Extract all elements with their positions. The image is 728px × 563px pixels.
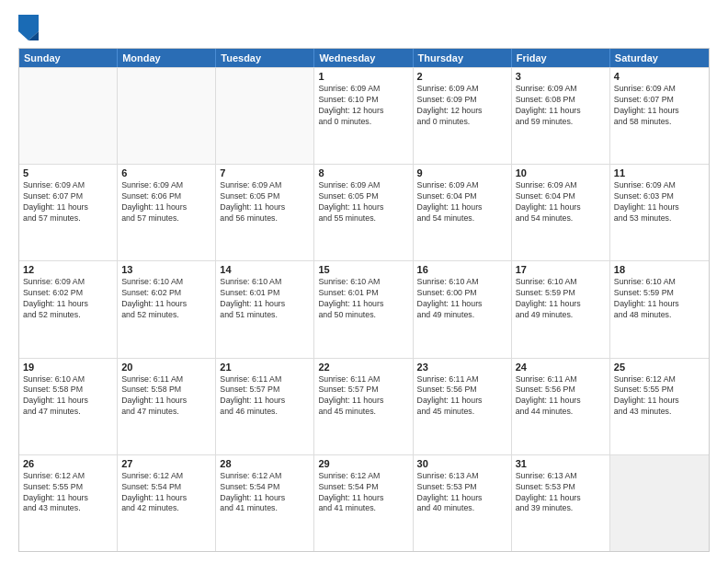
cal-cell-28: 28Sunrise: 6:12 AMSunset: 5:54 PMDayligh… bbox=[216, 455, 314, 551]
cal-cell-18: 18Sunrise: 6:10 AMSunset: 5:59 PMDayligh… bbox=[610, 261, 709, 357]
cell-info: Sunrise: 6:12 AMSunset: 5:54 PMDaylight:… bbox=[220, 471, 310, 515]
cal-week-3: 12Sunrise: 6:09 AMSunset: 6:02 PMDayligh… bbox=[19, 260, 709, 357]
cell-info: Sunrise: 6:09 AMSunset: 6:07 PMDaylight:… bbox=[23, 180, 113, 224]
cal-cell-13: 13Sunrise: 6:10 AMSunset: 6:02 PMDayligh… bbox=[118, 261, 216, 357]
day-number: 28 bbox=[220, 458, 310, 469]
cal-header-monday: Monday bbox=[118, 49, 216, 67]
cell-info: Sunrise: 6:10 AMSunset: 5:58 PMDaylight:… bbox=[23, 374, 113, 419]
day-number: 18 bbox=[614, 264, 705, 275]
day-number: 20 bbox=[121, 362, 211, 373]
cal-cell-10: 10Sunrise: 6:09 AMSunset: 6:04 PMDayligh… bbox=[512, 165, 610, 260]
cal-cell-9: 9Sunrise: 6:09 AMSunset: 6:04 PMDaylight… bbox=[414, 165, 512, 260]
day-number: 16 bbox=[417, 264, 507, 275]
logo bbox=[18, 15, 41, 40]
cell-info: Sunrise: 6:13 AMSunset: 5:53 PMDaylight:… bbox=[516, 471, 606, 515]
cell-info: Sunrise: 6:09 AMSunset: 6:04 PMDaylight:… bbox=[417, 180, 507, 224]
day-number: 2 bbox=[417, 71, 507, 82]
cell-info: Sunrise: 6:10 AMSunset: 6:01 PMDaylight:… bbox=[318, 277, 408, 321]
day-number: 14 bbox=[220, 264, 310, 275]
cal-cell-4: 4Sunrise: 6:09 AMSunset: 6:07 PMDaylight… bbox=[610, 68, 709, 164]
day-number: 11 bbox=[614, 167, 705, 178]
day-number: 27 bbox=[121, 458, 211, 469]
cal-cell-26: 26Sunrise: 6:12 AMSunset: 5:55 PMDayligh… bbox=[19, 455, 118, 551]
day-number: 7 bbox=[220, 167, 310, 178]
day-number: 13 bbox=[121, 264, 211, 275]
cell-info: Sunrise: 6:10 AMSunset: 6:00 PMDaylight:… bbox=[417, 277, 507, 321]
cal-cell-25: 25Sunrise: 6:12 AMSunset: 5:55 PMDayligh… bbox=[610, 359, 709, 454]
cell-info: Sunrise: 6:12 AMSunset: 5:54 PMDaylight:… bbox=[121, 471, 211, 515]
cal-cell-empty-0-2 bbox=[216, 68, 314, 164]
cal-cell-20: 20Sunrise: 6:11 AMSunset: 5:58 PMDayligh… bbox=[118, 359, 216, 454]
cal-cell-12: 12Sunrise: 6:09 AMSunset: 6:02 PMDayligh… bbox=[19, 261, 118, 357]
cell-info: Sunrise: 6:09 AMSunset: 6:05 PMDaylight:… bbox=[318, 180, 408, 224]
cal-cell-27: 27Sunrise: 6:12 AMSunset: 5:54 PMDayligh… bbox=[118, 455, 216, 551]
day-number: 4 bbox=[614, 71, 705, 82]
cal-header-wednesday: Wednesday bbox=[314, 49, 413, 67]
cal-cell-7: 7Sunrise: 6:09 AMSunset: 6:05 PMDaylight… bbox=[216, 165, 314, 260]
cal-cell-5: 5Sunrise: 6:09 AMSunset: 6:07 PMDaylight… bbox=[19, 165, 118, 260]
cell-info: Sunrise: 6:09 AMSunset: 6:04 PMDaylight:… bbox=[516, 180, 606, 224]
cal-header-friday: Friday bbox=[512, 49, 610, 67]
cal-cell-19: 19Sunrise: 6:10 AMSunset: 5:58 PMDayligh… bbox=[19, 359, 118, 454]
cell-info: Sunrise: 6:09 AMSunset: 6:06 PMDaylight:… bbox=[121, 180, 211, 224]
day-number: 1 bbox=[318, 71, 408, 82]
day-number: 25 bbox=[614, 362, 705, 373]
page: SundayMondayTuesdayWednesdayThursdayFrid… bbox=[0, 0, 728, 563]
cal-cell-6: 6Sunrise: 6:09 AMSunset: 6:06 PMDaylight… bbox=[118, 165, 216, 260]
cell-info: Sunrise: 6:13 AMSunset: 5:53 PMDaylight:… bbox=[417, 471, 507, 515]
day-number: 30 bbox=[417, 458, 507, 469]
cal-cell-1: 1Sunrise: 6:09 AMSunset: 6:10 PMDaylight… bbox=[314, 68, 413, 164]
cal-cell-8: 8Sunrise: 6:09 AMSunset: 6:05 PMDaylight… bbox=[314, 165, 413, 260]
cal-cell-15: 15Sunrise: 6:10 AMSunset: 6:01 PMDayligh… bbox=[314, 261, 413, 357]
cell-info: Sunrise: 6:10 AMSunset: 5:59 PMDaylight:… bbox=[614, 277, 705, 321]
cal-cell-empty-0-1 bbox=[118, 68, 216, 164]
cal-cell-31: 31Sunrise: 6:13 AMSunset: 5:53 PMDayligh… bbox=[512, 455, 610, 551]
cell-info: Sunrise: 6:11 AMSunset: 5:56 PMDaylight:… bbox=[516, 374, 606, 419]
calendar: SundayMondayTuesdayWednesdayThursdayFrid… bbox=[18, 48, 710, 552]
cal-cell-21: 21Sunrise: 6:11 AMSunset: 5:57 PMDayligh… bbox=[216, 359, 314, 454]
day-number: 17 bbox=[516, 264, 606, 275]
cell-info: Sunrise: 6:10 AMSunset: 6:01 PMDaylight:… bbox=[220, 277, 310, 321]
cell-info: Sunrise: 6:10 AMSunset: 5:59 PMDaylight:… bbox=[516, 277, 606, 321]
cal-cell-14: 14Sunrise: 6:10 AMSunset: 6:01 PMDayligh… bbox=[216, 261, 314, 357]
cell-info: Sunrise: 6:09 AMSunset: 6:05 PMDaylight:… bbox=[220, 180, 310, 224]
day-number: 5 bbox=[23, 167, 113, 178]
cal-header-saturday: Saturday bbox=[610, 49, 709, 67]
logo-icon bbox=[18, 15, 39, 40]
day-number: 23 bbox=[417, 362, 507, 373]
calendar-body: 1Sunrise: 6:09 AMSunset: 6:10 PMDaylight… bbox=[19, 67, 709, 551]
cal-week-4: 19Sunrise: 6:10 AMSunset: 5:58 PMDayligh… bbox=[19, 358, 709, 454]
calendar-header-row: SundayMondayTuesdayWednesdayThursdayFrid… bbox=[19, 49, 709, 67]
day-number: 19 bbox=[23, 362, 113, 373]
cal-cell-11: 11Sunrise: 6:09 AMSunset: 6:03 PMDayligh… bbox=[610, 165, 709, 260]
cell-info: Sunrise: 6:12 AMSunset: 5:55 PMDaylight:… bbox=[23, 471, 113, 515]
cell-info: Sunrise: 6:12 AMSunset: 5:54 PMDaylight:… bbox=[318, 471, 408, 515]
day-number: 12 bbox=[23, 264, 113, 275]
cal-cell-empty-4-6 bbox=[610, 455, 709, 551]
day-number: 21 bbox=[220, 362, 310, 373]
day-number: 10 bbox=[516, 167, 606, 178]
cell-info: Sunrise: 6:11 AMSunset: 5:57 PMDaylight:… bbox=[318, 374, 408, 419]
cell-info: Sunrise: 6:09 AMSunset: 6:02 PMDaylight:… bbox=[23, 277, 113, 321]
day-number: 9 bbox=[417, 167, 507, 178]
cal-week-1: 1Sunrise: 6:09 AMSunset: 6:10 PMDaylight… bbox=[19, 67, 709, 164]
cal-cell-24: 24Sunrise: 6:11 AMSunset: 5:56 PMDayligh… bbox=[512, 359, 610, 454]
cal-cell-23: 23Sunrise: 6:11 AMSunset: 5:56 PMDayligh… bbox=[414, 359, 512, 454]
day-number: 3 bbox=[516, 71, 606, 82]
day-number: 29 bbox=[318, 458, 408, 469]
cell-info: Sunrise: 6:09 AMSunset: 6:08 PMDaylight:… bbox=[516, 84, 606, 128]
cal-header-thursday: Thursday bbox=[414, 49, 512, 67]
day-number: 8 bbox=[318, 167, 408, 178]
day-number: 31 bbox=[516, 458, 606, 469]
cal-cell-16: 16Sunrise: 6:10 AMSunset: 6:00 PMDayligh… bbox=[414, 261, 512, 357]
day-number: 22 bbox=[318, 362, 408, 373]
cal-cell-22: 22Sunrise: 6:11 AMSunset: 5:57 PMDayligh… bbox=[314, 359, 413, 454]
cell-info: Sunrise: 6:11 AMSunset: 5:57 PMDaylight:… bbox=[220, 374, 310, 419]
day-number: 15 bbox=[318, 264, 408, 275]
cal-week-5: 26Sunrise: 6:12 AMSunset: 5:55 PMDayligh… bbox=[19, 454, 709, 551]
cell-info: Sunrise: 6:09 AMSunset: 6:03 PMDaylight:… bbox=[614, 180, 705, 224]
cal-cell-29: 29Sunrise: 6:12 AMSunset: 5:54 PMDayligh… bbox=[314, 455, 413, 551]
cal-cell-30: 30Sunrise: 6:13 AMSunset: 5:53 PMDayligh… bbox=[414, 455, 512, 551]
cal-header-tuesday: Tuesday bbox=[216, 49, 314, 67]
cell-info: Sunrise: 6:10 AMSunset: 6:02 PMDaylight:… bbox=[121, 277, 211, 321]
